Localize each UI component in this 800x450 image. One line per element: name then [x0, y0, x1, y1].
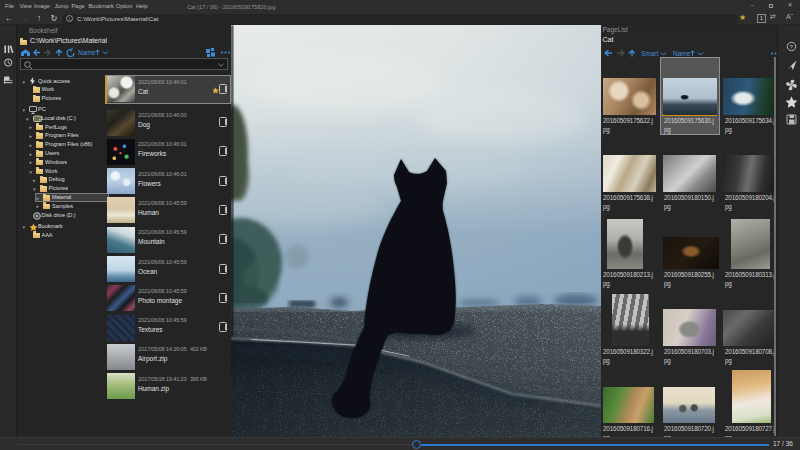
svg-text:Smart: Smart	[641, 50, 659, 57]
svg-text:Name: Name	[673, 50, 691, 57]
svg-text:Name: Name	[78, 49, 96, 56]
svg-text:?: ?	[790, 44, 794, 50]
